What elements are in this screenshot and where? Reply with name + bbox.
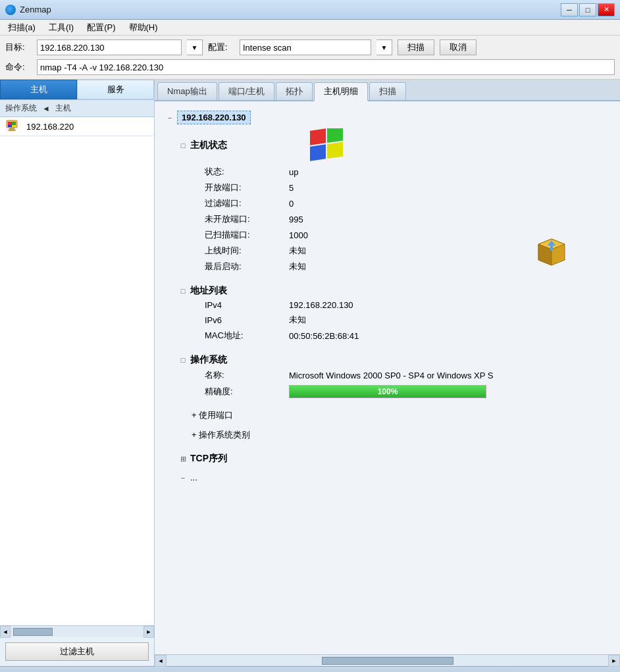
scroll-h-track — [11, 626, 143, 637]
os-section: □ 操作系统 名称: Microsoft Windows 2000 SP0 - … — [178, 353, 609, 400]
h-scroll-left[interactable]: ◄ — [155, 655, 167, 667]
svg-rect-2 — [8, 130, 16, 131]
status-val: up — [289, 167, 298, 177]
os-fields: 名称: Microsoft Windows 2000 SP0 - SP4 or … — [192, 367, 609, 400]
menubar: 扫描(a) 工具(I) 配置(P) 帮助(H) — [0, 20, 620, 36]
scanned-ports-key: 已扫描端口: — [205, 229, 284, 241]
os-name-val: Microsoft Windows 2000 SP0 - SP4 or Wind… — [289, 371, 493, 380]
tab-host-detail[interactable]: 主机明细 — [314, 82, 368, 101]
command-input[interactable] — [37, 59, 615, 75]
os-header: □ 操作系统 — [178, 353, 609, 367]
profile-dropdown[interactable]: ▼ — [376, 39, 392, 55]
os-accuracy-key: 精确度: — [205, 386, 284, 398]
windows-flag-icon — [309, 128, 346, 163]
menu-config[interactable]: 配置(P) — [82, 20, 120, 35]
target-input[interactable] — [37, 39, 182, 55]
tcp-seq-toggle[interactable]: ⊞ — [178, 455, 188, 463]
host-status-toggle[interactable]: □ — [178, 142, 188, 149]
menu-help[interactable]: 帮助(H) — [124, 20, 163, 35]
kv-os-name: 名称: Microsoft Windows 2000 SP0 - SP4 or … — [205, 367, 609, 383]
tab-scan[interactable]: 扫描 — [369, 82, 406, 100]
scan-button[interactable]: 扫描 — [398, 39, 434, 55]
ipv6-key: IPv6 — [205, 315, 284, 325]
kv-open-ports: 开放端口: 5 — [205, 180, 609, 195]
profile-input[interactable] — [240, 39, 371, 55]
svg-rect-8 — [327, 128, 343, 143]
content-area[interactable]: − 192.168.220.130 □ 主机状态 — [155, 101, 620, 654]
more-toggle[interactable]: − — [178, 474, 188, 482]
svg-rect-10 — [327, 142, 343, 159]
scroll-right-arrow[interactable]: ► — [143, 626, 154, 638]
target-row: 目标: ▼ 配置: ▼ 扫描 取消 — [5, 39, 615, 55]
ipv4-key: IPv4 — [205, 300, 284, 310]
last-boot-val: 未知 — [289, 261, 306, 272]
use-port-label: + 使用端口 — [178, 408, 609, 423]
tab-port-host[interactable]: 端口/主机 — [219, 82, 275, 100]
host-status-fields: 状态: up 开放端口: 5 过滤端口: 0 — [192, 164, 609, 274]
use-port-text[interactable]: + 使用端口 — [192, 409, 233, 421]
closed-ports-key: 未开放端口: — [205, 213, 284, 225]
package-icon — [533, 234, 570, 268]
open-ports-val: 5 — [289, 183, 294, 193]
tab-host[interactable]: 主机 — [0, 80, 77, 99]
svg-rect-5 — [8, 125, 12, 127]
close-button[interactable]: ✕ — [598, 3, 615, 16]
main-layout: 主机 服务 操作系统 ◄ 主机 192.168.22 — [0, 80, 620, 666]
cancel-button[interactable]: 取消 — [440, 39, 477, 55]
titlebar: Zenmap ─ □ ✕ — [0, 0, 620, 20]
os-category-section: + 操作系统类别 — [178, 428, 609, 442]
host-ip-label: 192.168.220 — [26, 122, 74, 132]
closed-ports-val: 995 — [289, 215, 303, 224]
filtered-ports-val: 0 — [289, 199, 294, 209]
address-toggle[interactable]: □ — [178, 287, 188, 295]
host-header-label: 主机 — [55, 103, 71, 114]
host-list-item[interactable]: 192.168.220 — [0, 117, 154, 136]
profile-label: 配置: — [208, 41, 234, 53]
os-name-key: 名称: — [205, 369, 284, 381]
os-toggle[interactable]: □ — [178, 356, 188, 364]
root-children: □ 主机状态 — [178, 127, 609, 484]
tab-nmap-output[interactable]: Nmap输出 — [157, 82, 217, 100]
kv-ipv6: IPv6 未知 — [205, 312, 609, 328]
kv-filtered-ports: 过滤端口: 0 — [205, 195, 609, 211]
left-scroll-area: ◄ ► — [0, 625, 154, 637]
menu-scan[interactable]: 扫描(a) — [3, 20, 41, 35]
tcp-seq-section: ⊞ TCP序列 — [178, 452, 609, 466]
minimize-button[interactable]: ─ — [561, 3, 578, 16]
filtered-ports-key: 过滤端口: — [205, 197, 284, 209]
svg-rect-1 — [9, 128, 14, 130]
os-category-text[interactable]: + 操作系统类别 — [192, 429, 250, 441]
h-scroll-thumb — [322, 657, 453, 665]
more-section: − ... — [178, 471, 609, 484]
svg-rect-6 — [12, 125, 16, 127]
filter-host-button[interactable]: 过滤主机 — [5, 642, 149, 661]
titlebar-left: Zenmap — [5, 5, 51, 15]
maximize-button[interactable]: □ — [579, 3, 596, 16]
svg-rect-4 — [12, 122, 16, 125]
target-dropdown[interactable]: ▼ — [187, 39, 203, 55]
content-inner: − 192.168.220.130 □ 主机状态 — [155, 101, 620, 496]
menu-tools[interactable]: 工具(I) — [43, 20, 79, 35]
kv-ipv4: IPv4 192.168.220.130 — [205, 298, 609, 312]
scroll-left-arrow[interactable]: ◄ — [0, 626, 11, 638]
more-label: − ... — [178, 471, 609, 484]
target-label: 目标: — [5, 41, 32, 53]
left-panel: 主机 服务 操作系统 ◄ 主机 192.168.22 — [0, 80, 155, 666]
h-scroll-right[interactable]: ► — [608, 655, 620, 667]
left-content: 192.168.220 — [0, 117, 154, 625]
toolbar: 目标: ▼ 配置: ▼ 扫描 取消 命令: — [0, 36, 620, 80]
root-toggle[interactable]: − — [165, 114, 174, 122]
os-title: 操作系统 — [190, 354, 227, 366]
filter-host-container: 过滤主机 — [0, 640, 154, 663]
tab-topology[interactable]: 拓扑 — [276, 82, 313, 100]
host-detail-tree: − 192.168.220.130 □ 主机状态 — [165, 109, 609, 484]
kv-status: 状态: up — [205, 164, 609, 180]
tab-service[interactable]: 服务 — [77, 80, 154, 99]
right-panel: Nmap输出 端口/主机 拓扑 主机明细 扫描 − 192.168.220.13… — [155, 80, 620, 666]
open-ports-key: 开放端口: — [205, 182, 284, 194]
root-ip-text: 192.168.220.130 — [177, 111, 251, 124]
os-header-label: 操作系统 — [5, 103, 37, 114]
use-port-section: + 使用端口 — [178, 408, 609, 423]
scroll-h-thumb — [13, 628, 53, 636]
statusbar: IEt — [0, 666, 620, 672]
